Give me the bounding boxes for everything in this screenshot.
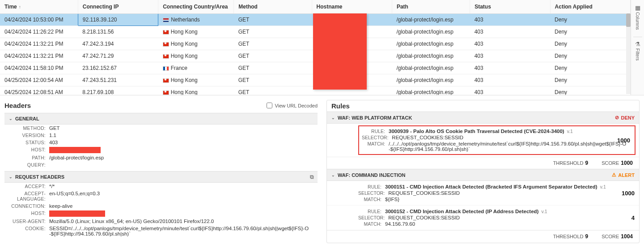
kv-method: METHOD:GET: [4, 124, 318, 132]
kv-acclang: ACCEPT-LANGUAGE:en-US;q=0.5,en;q=0.3: [4, 190, 318, 202]
cell-ip: 47.242.3.194: [78, 38, 158, 50]
redacted-hostname-overlay: [313, 13, 367, 90]
k-sel: SELECTOR:: [358, 215, 388, 220]
cell-time: 04/24/2024 11:32:21 PM: [0, 38, 78, 50]
col-country[interactable]: Connecting Country/Area: [158, 0, 234, 14]
copy-icon[interactable]: ⧉: [310, 174, 314, 180]
kv-host: HOST:: [4, 146, 318, 154]
cell-ip: 47.243.51.231: [78, 74, 158, 86]
v-sel: REQUEST_COOKIES:SESSID: [392, 135, 632, 140]
request-headers-section-header[interactable]: ⌄ REQUEST HEADERS ⧉: [4, 171, 318, 183]
cell-time: 04/25/2024 12:08:51 AM: [0, 86, 78, 95]
cell-status: 403: [470, 50, 550, 62]
rule-score: 1000: [622, 190, 635, 197]
view-url-decoded-label: View URL Decoded: [275, 103, 318, 108]
k-acclang: ACCEPT-LANGUAGE:: [9, 191, 49, 202]
flag-icon: [163, 78, 169, 83]
k-conn: CONNECTION:: [9, 203, 49, 209]
rule-row: RULE:3000939 - Palo Alto OS Cookie Path …: [362, 128, 632, 134]
kv-query: QUERY:: [4, 161, 318, 168]
score-label: SCORE1004: [602, 233, 633, 240]
rules-panel: Rules ⌄ WAF: WEB PLATFORM ATTACK ⊘DENY R…: [326, 100, 640, 243]
waf-platform-header[interactable]: ⌄ WAF: WEB PLATFORM ATTACK ⊘DENY: [327, 112, 639, 124]
v-rule: 3000939 - Palo Alto OS Cookie Path Trave…: [389, 129, 632, 134]
flag-icon: [163, 30, 169, 34]
columns-label[interactable]: Columns: [635, 12, 640, 30]
filters-icon[interactable]: ⚗: [635, 41, 640, 47]
kv-ua: USER-AGENT:Mozilla/5.0 (Linux; Linux x86…: [4, 218, 318, 225]
view-url-decoded-toggle[interactable]: View URL Decoded: [267, 103, 318, 108]
columns-icon[interactable]: ▦: [635, 4, 640, 11]
kv-path: PATH:/global-protect/login.esp: [4, 154, 318, 161]
cell-ip: 8.217.69.108: [78, 86, 158, 95]
cmd-threshold-row: THRESHOLD9 SCORE1004: [327, 230, 639, 242]
k-version: VERSION:: [9, 133, 49, 138]
col-method[interactable]: Method: [234, 0, 312, 14]
v-status: 403: [49, 140, 313, 145]
deny-icon: ⊘: [615, 115, 619, 120]
col-path[interactable]: Path: [392, 0, 470, 14]
alert-badge: ⚠ALERT: [612, 172, 635, 178]
rule-score: 4: [631, 215, 635, 221]
vertical-scrollbar[interactable]: [626, 13, 631, 94]
k-rule: RULE:: [358, 209, 385, 214]
v-conn: keep-alive: [49, 203, 313, 209]
v-sel: REQUEST_COOKIES:SESSID: [388, 215, 635, 220]
headers-panel: Headers View URL Decoded ⌄ GENERAL METHO…: [4, 100, 318, 243]
scrollbar-thumb[interactable]: [626, 13, 631, 27]
cell-status: 403: [470, 38, 550, 50]
cmd-rule-1: RULE:3000151 - CMD Injection Attack Dete…: [327, 181, 639, 206]
col-status[interactable]: Status: [470, 0, 550, 14]
cmd-rule-2: RULE:3000152 - CMD Injection Attack Dete…: [327, 206, 639, 230]
kv-conn: CONNECTION:keep-alive: [4, 202, 318, 210]
cell-ip: 47.242.71.29: [78, 50, 158, 62]
col-ip[interactable]: Connecting IP: [78, 0, 158, 14]
col-time[interactable]: Time↑: [0, 0, 78, 14]
filters-label[interactable]: Filters: [635, 48, 640, 60]
chevron-down-icon: ⌄: [331, 173, 335, 177]
cell-country: Hong Kong: [158, 74, 234, 86]
waf-cmd-label: WAF: COMMAND INJECTION: [338, 172, 406, 178]
rule-score: 1000: [617, 137, 630, 144]
headers-title: Headers: [4, 102, 31, 109]
sort-asc-icon: ↑: [19, 4, 21, 9]
flag-icon: [163, 90, 169, 95]
cell-path: /global-protect/login.esp: [392, 74, 470, 86]
cell-status: 403: [470, 62, 550, 74]
score-label: SCORE1000: [602, 160, 633, 166]
kv-reqhost: HOST:: [4, 210, 318, 218]
cell-status: 403: [470, 26, 550, 38]
threshold-label: THRESHOLD9: [553, 160, 589, 166]
k-path: PATH:: [9, 155, 49, 160]
general-section-header[interactable]: ⌄ GENERAL: [4, 113, 318, 124]
match-row: MATCH:${IFS}: [358, 196, 635, 202]
col-action[interactable]: Action Applied: [550, 0, 630, 14]
score-v: 1000: [621, 160, 633, 166]
col-hostname[interactable]: Hostname: [312, 0, 392, 14]
cell-ip: 8.218.131.56: [78, 26, 158, 38]
cell-action: Deny: [550, 26, 630, 38]
k-match: MATCH:: [358, 197, 385, 202]
kv-status: STATUS:403: [4, 139, 318, 146]
v-version: 1.1: [49, 133, 313, 138]
v-sel: REQUEST_COOKIES:SESSID: [388, 190, 635, 196]
flag-icon: [163, 18, 169, 22]
rules-title: Rules: [331, 102, 350, 110]
threshold-v: 9: [585, 160, 588, 166]
k-sel: SELECTOR:: [362, 135, 392, 140]
k-sel: SELECTOR:: [358, 190, 388, 196]
cell-status: 403: [470, 86, 550, 95]
threshold-k: THRESHOLD: [553, 234, 584, 239]
cell-method: GET: [234, 38, 312, 50]
waf-platform-label: WAF: WEB PLATFORM ATTACK: [338, 115, 412, 120]
match-row: MATCH:/../../../opt/panlogs/tmp/device_t…: [362, 141, 632, 152]
v-acclang: en-US;q=0.5,en;q=0.3: [49, 191, 313, 202]
v-rule: 3000152 - CMD Injection Attack Detected …: [385, 209, 635, 214]
k-ua: USER-AGENT:: [9, 219, 49, 224]
cell-action: Deny: [550, 62, 630, 74]
k-accept: ACCEPT:: [9, 184, 49, 189]
cell-method: GET: [234, 86, 312, 95]
waf-cmd-header[interactable]: ⌄ WAF: COMMAND INJECTION ⚠ALERT: [327, 169, 639, 181]
request-headers-label: REQUEST HEADERS: [15, 174, 64, 180]
view-url-decoded-checkbox[interactable]: [267, 103, 272, 108]
